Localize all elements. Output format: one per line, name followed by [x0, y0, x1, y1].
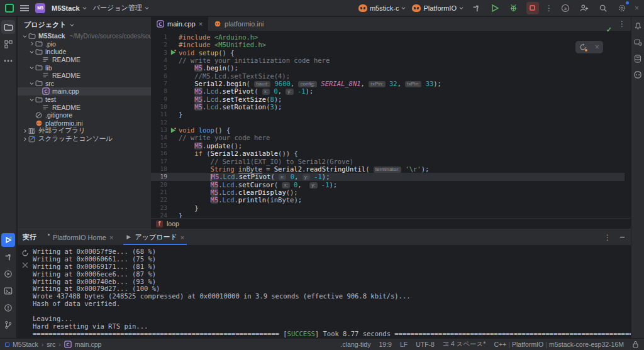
settings-button[interactable]	[616, 2, 628, 14]
code-line-2[interactable]: 2#include <M5Unified.h>	[151, 41, 625, 48]
close-tab-icon[interactable]: ×	[199, 20, 203, 28]
tree-item-readme[interactable]: README	[18, 103, 151, 111]
tree-item-test[interactable]: test	[18, 96, 151, 104]
status-4[interactable]: 4 スペース*	[443, 340, 486, 349]
code-line-4[interactable]: 4// write your initialization code here	[151, 57, 625, 64]
tree-item--[interactable]: スクラッチとコンソール	[18, 135, 151, 143]
run-options-button[interactable]: ⋮	[604, 233, 611, 242]
chevron-down-icon[interactable]	[21, 34, 28, 38]
tree-item-readme[interactable]: README	[18, 56, 151, 64]
code-line-14[interactable]: 14// write your code here	[151, 134, 625, 141]
rerun-button[interactable]	[21, 249, 29, 257]
search-everywhere-button[interactable]	[597, 2, 609, 14]
code-line-19[interactable]: 19 M5.Lcd.setPivot( x: 0, y: -1);	[151, 173, 625, 180]
code-line-22[interactable]: 22 M5.Lcd.println(inByte);	[151, 196, 625, 204]
run-config-selector[interactable]: PlatformIO	[412, 4, 464, 12]
tree-item-lib[interactable]: lib	[18, 63, 151, 72]
close-icon[interactable]: ×	[635, 4, 639, 13]
tool-services-button[interactable]	[1, 267, 15, 281]
close-tab-icon[interactable]: ×	[180, 234, 184, 241]
tree-item-readme[interactable]: README	[18, 72, 151, 80]
code-line-16[interactable]: 16 if (Serial2.available()) {	[151, 150, 625, 157]
code-line-9[interactable]: 9 M5.Lcd.setTextSize(8);	[151, 96, 625, 103]
sync-icon[interactable]	[579, 43, 587, 51]
close-tab-icon[interactable]: ×	[109, 234, 113, 241]
code-line-8[interactable]: 8 M5.Lcd.setPivot( x: 0, y: -1);	[151, 87, 625, 95]
run-gutter-icon[interactable]	[167, 49, 179, 57]
code-with-me-button[interactable]	[578, 2, 591, 14]
notifications-bell-button[interactable]	[633, 21, 643, 31]
run-console[interactable]: Writing at 0x00057f9e... (68 %)Writing a…	[33, 246, 631, 338]
tree-item-include[interactable]: include	[18, 48, 151, 56]
run-button[interactable]	[489, 2, 501, 14]
tool-structure-button[interactable]	[1, 37, 15, 51]
code-line-18[interactable]: 18 String inByte = Serial2.readStringUnt…	[151, 165, 625, 173]
lock-icon[interactable]	[632, 341, 639, 348]
run-gutter-icon[interactable]	[167, 126, 179, 134]
chevron-right-icon[interactable]	[21, 129, 28, 133]
debug-button[interactable]	[508, 2, 520, 14]
code-line-21[interactable]: 21 M5.Lcd.clearDisplay();	[151, 189, 625, 196]
status-utf-8[interactable]: UTF-8	[416, 341, 435, 348]
tool-terminal-button[interactable]	[1, 284, 15, 298]
code-editor[interactable]: 1#include <Arduino.h>2#include <M5Unifie…	[151, 32, 625, 218]
chevron-right-icon[interactable]	[28, 41, 35, 46]
dismiss-widget-button[interactable]: ×	[595, 43, 599, 52]
code-line-11[interactable]: 11}	[151, 111, 625, 118]
code-line-3[interactable]: 3void setup() {	[151, 49, 625, 57]
stop-button[interactable]	[526, 2, 539, 14]
status-breadcrumbs[interactable]: M5Stack›src›Cmain.cpp	[5, 341, 101, 348]
device-monitor-button[interactable]	[633, 37, 643, 47]
breadcrumb-item[interactable]: src	[47, 341, 55, 348]
code-line-5[interactable]: 5 M5.begin();	[151, 64, 625, 72]
breadcrumb-item[interactable]: main.cpp	[75, 341, 102, 348]
code-line-20[interactable]: 20 M5.Lcd.setCursor( x: 0, y: -1);	[151, 181, 625, 189]
tree-item-src[interactable]: src	[18, 80, 151, 88]
run-tab-platformio-home[interactable]: PlatformIO Home×	[45, 229, 116, 245]
breadcrumb-function[interactable]: loop	[167, 220, 179, 227]
tool-git-button[interactable]	[1, 318, 15, 332]
breadcrumb-item[interactable]: M5Stack	[13, 341, 38, 348]
database-button[interactable]	[633, 53, 643, 63]
inspections-ok-icon[interactable]: ✓	[606, 26, 612, 34]
chevron-down-icon[interactable]	[28, 50, 35, 54]
vcs-menu[interactable]: バージョン管理	[93, 3, 149, 13]
project-avatar[interactable]: M5	[35, 3, 45, 13]
tree-item--[interactable]: 外部ライブラリ	[18, 127, 151, 135]
code-line-12[interactable]: 12	[151, 119, 625, 126]
code-line-13[interactable]: 13void loop() {	[151, 126, 625, 134]
status-.clang-tidy[interactable]: .clang-tidy	[341, 341, 371, 348]
code-line-1[interactable]: 1#include <Arduino.h>	[151, 33, 625, 41]
code-line-7[interactable]: 7 Serial2.begin( baud: 9600, config: SER…	[151, 80, 625, 87]
code-line-6[interactable]: 6 //M5.Lcd.setTextSize(4);	[151, 72, 625, 80]
tree-item-.gitignore[interactable]: .gitignore	[18, 111, 151, 119]
chevron-down-icon[interactable]	[28, 65, 35, 70]
code-line-10[interactable]: 10 M5.Lcd.setRotation(3);	[151, 103, 625, 111]
editor-options-button[interactable]: ⋮	[618, 19, 626, 28]
tree-item-.pio[interactable]: .pio	[18, 40, 151, 48]
tree-item-platformio.ini[interactable]: platformio.ini	[18, 119, 151, 128]
status-c++[interactable]: C++|PlatformIO|m5stack-core-esp32-16M	[494, 341, 624, 348]
device-selector[interactable]: m5stick-c	[358, 4, 406, 12]
app-logo[interactable]	[5, 4, 14, 13]
chevron-down-icon[interactable]	[28, 81, 35, 85]
status-19-9[interactable]: 19:9	[379, 341, 391, 348]
tool-problems-button[interactable]	[1, 301, 15, 315]
tool-run-button[interactable]	[1, 233, 15, 247]
project-menu[interactable]: M5Stack	[52, 4, 87, 12]
more-actions-button[interactable]: ⋮	[545, 4, 553, 13]
chevron-right-icon[interactable]	[21, 137, 28, 141]
main-menu-icon[interactable]	[20, 5, 29, 11]
project-panel-header[interactable]: プロジェクト	[18, 17, 151, 32]
code-line-17[interactable]: 17 // Serial1(EXT_IO) to Serial2(Grove)	[151, 158, 625, 165]
stop-process-button[interactable]	[22, 262, 28, 268]
editor-tab-platformio.ini[interactable]: platformio.ini	[208, 17, 269, 31]
editor-scrollbar[interactable]	[625, 32, 631, 218]
tool-build-button[interactable]	[1, 250, 15, 264]
chevron-down-icon[interactable]	[28, 97, 35, 102]
platformio-panel-button[interactable]	[633, 70, 643, 80]
status-lf[interactable]: LF	[400, 341, 408, 348]
at-profile-button[interactable]: a	[559, 2, 572, 14]
code-line-15[interactable]: 15 M5.update();	[151, 142, 625, 150]
code-line-23[interactable]: 23 }	[151, 204, 625, 212]
